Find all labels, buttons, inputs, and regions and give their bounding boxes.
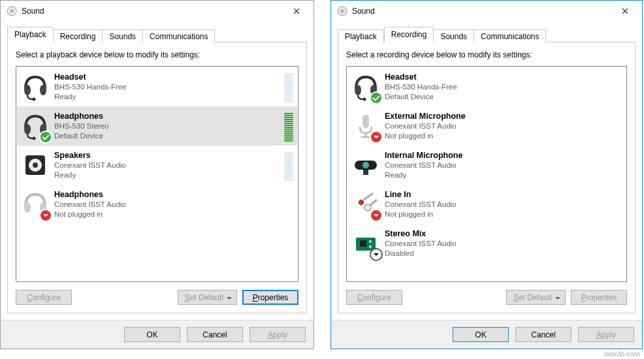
device-name: Speakers	[54, 150, 282, 161]
configure-button[interactable]: Configure	[16, 290, 72, 305]
cancel-button[interactable]: Cancel	[515, 327, 572, 342]
unplugged-badge	[370, 131, 383, 144]
device-status: Default Device	[54, 131, 282, 141]
unplugged-badge	[39, 209, 52, 222]
device-name: Headset	[385, 72, 622, 82]
device-name: Headset	[54, 72, 282, 82]
tab-sounds[interactable]: Sounds	[434, 29, 474, 43]
sound-dialog-playback: Sound Playback Recording Sounds Communic…	[0, 0, 314, 349]
ok-button[interactable]: OK	[453, 327, 509, 342]
device-row[interactable]: Speakers Conexant ISST Audio Ready	[17, 146, 297, 185]
svg-point-10	[33, 163, 38, 168]
tab-communications[interactable]: Communications	[143, 29, 215, 43]
device-status: Ready	[54, 170, 282, 180]
tab-communications[interactable]: Communications	[474, 29, 546, 43]
device-row[interactable]: Internal Microphone Conexant ISST Audio …	[347, 146, 626, 185]
device-row[interactable]: Headset BHS-530 Hands-Free Default Devic…	[347, 67, 626, 106]
sound-dialog-recording: Sound Playback Recording Sounds Communic…	[330, 0, 643, 349]
level-meter	[284, 110, 293, 142]
device-row[interactable]: Headphones Conexant ISST Audio Not plugg…	[17, 185, 297, 224]
device-sub: Conexant ISST Audio	[385, 161, 622, 170]
tabpage: Select a recording device below to modif…	[338, 42, 636, 313]
disabled-badge	[370, 248, 383, 261]
mic-dim-icon	[349, 109, 382, 143]
webcam-icon	[349, 148, 382, 182]
set-default-button[interactable]: Set Default	[178, 290, 237, 305]
close-button[interactable]	[282, 2, 311, 20]
ok-button[interactable]: OK	[124, 327, 180, 342]
svg-point-4	[33, 98, 36, 101]
properties-button[interactable]: Properties	[571, 290, 627, 305]
svg-point-2	[24, 85, 31, 95]
svg-rect-23	[363, 170, 368, 175]
device-status: Default Device	[385, 92, 622, 102]
headset-dim-icon	[19, 187, 52, 221]
device-sub: BHS-530 Hands-Free	[385, 82, 622, 92]
chip-icon	[349, 226, 382, 260]
watermark: wsxdn.com	[604, 350, 640, 358]
device-row[interactable]: Line In Conexant ISST Audio Not plugged …	[347, 185, 626, 224]
set-default-button[interactable]: Set Default	[506, 290, 566, 305]
headset-icon	[19, 70, 52, 104]
svg-point-15	[355, 85, 361, 95]
device-list[interactable]: Headset BHS-530 Hands-Free Ready Headpho…	[16, 66, 298, 282]
device-name: Line In	[385, 189, 622, 200]
headset-icon	[19, 109, 52, 143]
action-row: Configure Set Default Properties	[16, 290, 298, 305]
tab-playback[interactable]: Playback	[338, 29, 384, 43]
tabstrip: Playback Recording Sounds Communications	[7, 27, 307, 42]
device-row[interactable]: Stereo Mix Conexant ISST Audio Disabled	[347, 224, 626, 263]
device-sub: Conexant ISST Audio	[54, 200, 293, 210]
configure-button[interactable]: Configure	[346, 290, 402, 305]
device-status: Ready	[54, 92, 282, 102]
dialog-footer: OK Cancel Apply	[1, 320, 314, 349]
speaker-sysicon	[6, 5, 18, 17]
svg-point-29	[369, 245, 372, 248]
tab-recording[interactable]: Recording	[384, 27, 434, 42]
device-name: Stereo Mix	[385, 228, 622, 239]
device-row[interactable]: Headphones BHS-530 Stereo Default Device	[17, 106, 297, 146]
svg-rect-18	[362, 115, 369, 128]
device-row[interactable]: Headset BHS-530 Hands-Free Ready	[17, 67, 297, 106]
svg-point-28	[369, 240, 372, 243]
device-sub: Conexant ISST Audio	[385, 239, 622, 249]
device-row[interactable]: External Microphone Conexant ISST Audio …	[347, 106, 626, 146]
instruction-text: Select a playback device below to modify…	[16, 50, 298, 59]
tab-sounds[interactable]: Sounds	[103, 29, 143, 43]
device-list[interactable]: Headset BHS-530 Hands-Free Default Devic…	[346, 66, 627, 282]
window-title: Sound	[352, 7, 611, 16]
level-meter	[284, 149, 293, 181]
svg-rect-27	[360, 240, 366, 247]
device-status: Ready	[385, 170, 622, 180]
tabstrip: Playback Recording Sounds Communications	[338, 27, 636, 42]
svg-point-25	[364, 204, 371, 211]
apply-button[interactable]: Apply	[578, 327, 634, 342]
window-title: Sound	[22, 7, 282, 16]
tab-recording[interactable]: Recording	[54, 29, 103, 43]
instruction-text: Select a recording device below to modif…	[346, 50, 627, 59]
svg-point-22	[362, 162, 369, 168]
close-button[interactable]	[611, 2, 639, 20]
level-meter	[284, 71, 293, 102]
svg-point-3	[40, 85, 46, 95]
titlebar: Sound	[1, 1, 314, 22]
speaker-sysicon	[336, 5, 348, 17]
svg-point-17	[363, 98, 366, 101]
device-sub: BHS-530 Hands-Free	[54, 82, 282, 92]
device-name: External Microphone	[385, 111, 622, 121]
cancel-button[interactable]: Cancel	[187, 327, 243, 342]
device-name: Headphones	[54, 111, 282, 121]
unplugged-badge	[370, 209, 383, 222]
linein-icon	[349, 187, 382, 221]
device-name: Headphones	[54, 189, 293, 200]
dialog-footer: OK Cancel Apply	[331, 320, 642, 349]
device-name: Internal Microphone	[385, 150, 622, 161]
device-sub: Conexant ISST Audio	[385, 121, 622, 131]
device-status: Not plugged in	[385, 210, 622, 219]
apply-button[interactable]: Apply	[250, 327, 306, 342]
tab-playback[interactable]: Playback	[7, 27, 54, 42]
tabpage: Select a playback device below to modify…	[7, 42, 307, 313]
svg-point-11	[24, 202, 31, 213]
properties-button[interactable]: Properties	[242, 290, 298, 305]
svg-point-14	[340, 9, 344, 13]
